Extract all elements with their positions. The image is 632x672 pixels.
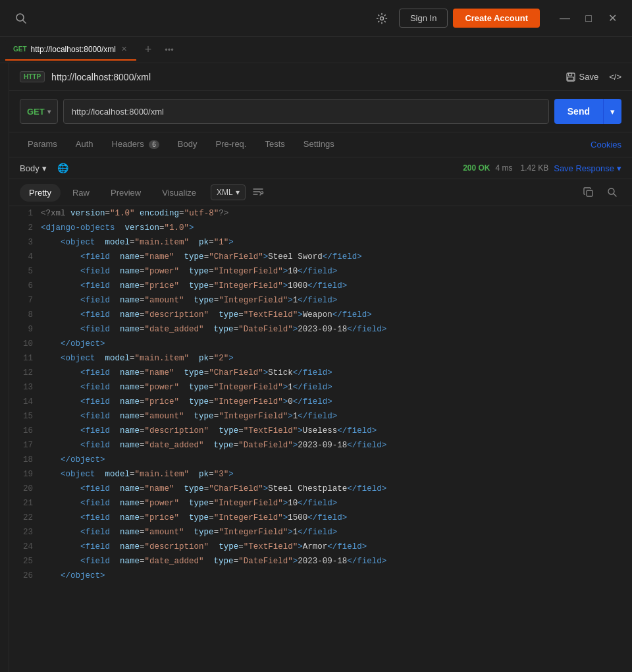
line-number: 6: [9, 279, 41, 293]
line-number: 12: [9, 366, 41, 380]
cookies-link[interactable]: Cookies: [591, 140, 621, 150]
tab-headers[interactable]: Headers 6: [104, 132, 167, 157]
send-button[interactable]: Send: [554, 99, 603, 124]
line-number: 4: [9, 250, 41, 264]
body-chevron-icon: ▾: [42, 163, 47, 173]
line-number: 25: [9, 554, 41, 569]
request-area: HTTP http://localhost:8000/xml Save </> …: [9, 63, 632, 672]
line-number: 16: [9, 424, 41, 438]
create-account-button[interactable]: Create Account: [453, 9, 540, 28]
tab-auth[interactable]: Auth: [68, 132, 101, 157]
minimize-button[interactable]: —: [556, 9, 574, 28]
code-line: 23 <field name="amount" type="IntegerFie…: [9, 525, 632, 540]
url-input[interactable]: [63, 99, 549, 124]
tab-prereq[interactable]: Pre-req.: [208, 132, 255, 157]
titlebar-right: Sign In Create Account — □ ✕: [370, 7, 621, 30]
code-line: 8 <field name="description" type="TextFi…: [9, 308, 632, 322]
body-dropdown[interactable]: Body ▾: [20, 163, 47, 173]
body-label: Body: [20, 163, 40, 173]
line-content: <field name="date_added" type="DateField…: [41, 438, 386, 453]
line-content: </object>: [41, 453, 105, 467]
response-icons: [579, 183, 621, 202]
line-number: 15: [9, 409, 41, 424]
tab-request-1[interactable]: GET http://localhost:8000/xml ✕: [5, 40, 136, 61]
line-number: 22: [9, 511, 41, 525]
code-line: 21 <field name="power" type="IntegerFiel…: [9, 496, 632, 511]
code-line: 3 <object model="main.item" pk="1">: [9, 235, 632, 250]
save-response-label: Save Response: [554, 163, 614, 173]
resp-tab-visualize[interactable]: Visualize: [153, 184, 205, 202]
code-line: 2<django-objects version="1.0">: [9, 221, 632, 235]
line-content: <field name="power" type="IntegerField">…: [41, 380, 332, 395]
line-number: 23: [9, 525, 41, 540]
maximize-button[interactable]: □: [579, 9, 598, 28]
code-line: 25 <field name="date_added" type="DateFi…: [9, 554, 632, 569]
line-content: <field name="date_added" type="DateField…: [41, 554, 386, 569]
code-line: 15 <field name="amount" type="IntegerFie…: [9, 409, 632, 424]
line-content: <field name="date_added" type="DateField…: [41, 322, 386, 337]
line-number: 17: [9, 438, 41, 453]
code-button[interactable]: </>: [609, 72, 621, 82]
save-label: Save: [579, 72, 599, 82]
tab-close-button[interactable]: ✕: [120, 43, 128, 55]
window-controls: — □ ✕: [556, 9, 621, 28]
globe-icon: 🌐: [57, 163, 68, 173]
new-tab-button[interactable]: +: [139, 41, 157, 59]
response-size: 1.42 KB: [521, 163, 549, 173]
code-line: 10 </object>: [9, 337, 632, 351]
send-button-wrap: Send ▾: [554, 99, 621, 124]
line-number: 20: [9, 482, 41, 496]
sign-in-button[interactable]: Sign In: [399, 9, 448, 28]
status-badge: 200 OK: [463, 163, 490, 173]
copy-button[interactable]: [579, 183, 598, 202]
line-content: <field name="name" type="CharField">Stic…: [41, 366, 332, 380]
method-selector[interactable]: GET ▾: [20, 99, 58, 124]
code-view[interactable]: 1<?xml version="1.0" encoding="utf-8"?>2…: [9, 206, 632, 672]
code-line: 11 <object model="main.item" pk="2">: [9, 351, 632, 366]
line-content: </object>: [41, 337, 105, 351]
http-protocol-badge: HTTP: [20, 71, 45, 82]
line-number: 21: [9, 496, 41, 511]
code-line: 26 </object>: [9, 569, 632, 583]
line-number: 24: [9, 540, 41, 554]
tab-params[interactable]: Params: [20, 132, 65, 157]
search-button[interactable]: [11, 8, 32, 29]
resp-tab-pretty[interactable]: Pretty: [20, 184, 61, 202]
code-line: 9 <field name="date_added" type="DateFie…: [9, 322, 632, 337]
method-label: GET: [27, 107, 45, 117]
code-line: 7 <field name="amount" type="IntegerFiel…: [9, 293, 632, 308]
response-area: Body ▾ 🌐 200 OK 4 ms 1.42 KB Save Respon…: [9, 157, 632, 672]
line-number: 13: [9, 380, 41, 395]
search-response-button[interactable]: [603, 183, 621, 202]
url-bar: GET ▾ Send ▾: [9, 91, 632, 132]
headers-badge: 6: [149, 140, 159, 149]
tab-settings[interactable]: Settings: [296, 132, 342, 157]
settings-button[interactable]: [370, 7, 394, 30]
code-line: 5 <field name="power" type="IntegerField…: [9, 264, 632, 279]
code-line: 13 <field name="power" type="IntegerFiel…: [9, 380, 632, 395]
line-content: <field name="price" type="IntegerField">…: [41, 395, 332, 409]
line-number: 7: [9, 293, 41, 308]
line-number: 19: [9, 467, 41, 482]
line-content: </object>: [41, 569, 105, 583]
format-selector[interactable]: XML ▾: [211, 184, 246, 200]
save-button[interactable]: Save: [566, 72, 599, 82]
resp-tab-preview[interactable]: Preview: [101, 184, 150, 202]
response-header: Body ▾ 🌐 200 OK 4 ms 1.42 KB Save Respon…: [9, 157, 632, 179]
line-number: 2: [9, 221, 41, 235]
send-dropdown-button[interactable]: ▾: [603, 99, 621, 124]
wrap-lines-icon[interactable]: [252, 186, 264, 200]
code-line: 20 <field name="name" type="CharField">S…: [9, 482, 632, 496]
tab-method: GET: [13, 45, 27, 53]
line-content: <field name="amount" type="IntegerField"…: [41, 409, 337, 424]
tab-tests[interactable]: Tests: [257, 132, 292, 157]
resp-tab-raw[interactable]: Raw: [63, 184, 99, 202]
more-tabs-button[interactable]: •••: [160, 41, 178, 59]
code-line: 12 <field name="name" type="CharField">S…: [9, 366, 632, 380]
tab-body[interactable]: Body: [170, 132, 205, 157]
close-button[interactable]: ✕: [603, 9, 621, 28]
line-number: 9: [9, 322, 41, 337]
titlebar: Sign In Create Account — □ ✕: [0, 0, 632, 37]
save-response-button[interactable]: Save Response ▾: [554, 163, 621, 173]
code-line: 14 <field name="price" type="IntegerFiel…: [9, 395, 632, 409]
